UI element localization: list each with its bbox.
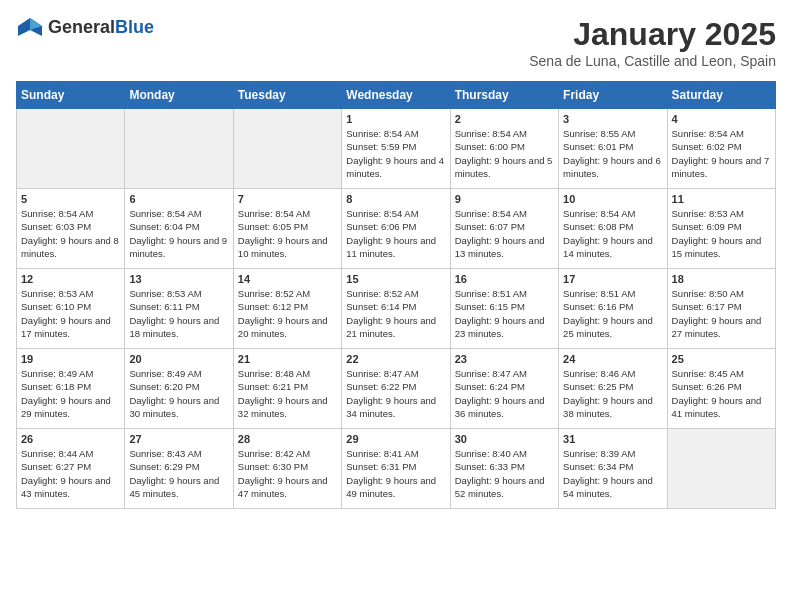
sunrise-text: Sunrise: 8:49 AM: [21, 368, 93, 379]
sunset-text: Sunset: 6:04 PM: [129, 221, 199, 232]
sunset-text: Sunset: 6:20 PM: [129, 381, 199, 392]
day-number: 28: [238, 433, 337, 445]
day-info: Sunrise: 8:48 AMSunset: 6:21 PMDaylight:…: [238, 367, 337, 420]
sunrise-text: Sunrise: 8:47 AM: [455, 368, 527, 379]
day-info: Sunrise: 8:53 AMSunset: 6:10 PMDaylight:…: [21, 287, 120, 340]
sunrise-text: Sunrise: 8:49 AM: [129, 368, 201, 379]
daylight-text: Daylight: 9 hours and 49 minutes.: [346, 475, 436, 499]
calendar-cell: 23Sunrise: 8:47 AMSunset: 6:24 PMDayligh…: [450, 349, 558, 429]
sunrise-text: Sunrise: 8:40 AM: [455, 448, 527, 459]
sunset-text: Sunset: 6:15 PM: [455, 301, 525, 312]
sunrise-text: Sunrise: 8:54 AM: [21, 208, 93, 219]
day-info: Sunrise: 8:51 AMSunset: 6:16 PMDaylight:…: [563, 287, 662, 340]
day-info: Sunrise: 8:47 AMSunset: 6:24 PMDaylight:…: [455, 367, 554, 420]
day-number: 9: [455, 193, 554, 205]
sunrise-text: Sunrise: 8:54 AM: [672, 128, 744, 139]
sunrise-text: Sunrise: 8:43 AM: [129, 448, 201, 459]
calendar-cell: 5Sunrise: 8:54 AMSunset: 6:03 PMDaylight…: [17, 189, 125, 269]
day-info: Sunrise: 8:54 AMSunset: 6:04 PMDaylight:…: [129, 207, 228, 260]
day-info: Sunrise: 8:47 AMSunset: 6:22 PMDaylight:…: [346, 367, 445, 420]
sunset-text: Sunset: 6:33 PM: [455, 461, 525, 472]
daylight-text: Daylight: 9 hours and 5 minutes.: [455, 155, 553, 179]
calendar-cell: [233, 109, 341, 189]
day-number: 17: [563, 273, 662, 285]
sunset-text: Sunset: 6:18 PM: [21, 381, 91, 392]
daylight-text: Daylight: 9 hours and 43 minutes.: [21, 475, 111, 499]
calendar-cell: 14Sunrise: 8:52 AMSunset: 6:12 PMDayligh…: [233, 269, 341, 349]
sunset-text: Sunset: 6:25 PM: [563, 381, 633, 392]
location-title: Sena de Luna, Castille and Leon, Spain: [529, 53, 776, 69]
day-info: Sunrise: 8:54 AMSunset: 6:05 PMDaylight:…: [238, 207, 337, 260]
calendar-week-row: 19Sunrise: 8:49 AMSunset: 6:18 PMDayligh…: [17, 349, 776, 429]
sunrise-text: Sunrise: 8:54 AM: [238, 208, 310, 219]
sunrise-text: Sunrise: 8:54 AM: [346, 208, 418, 219]
day-number: 20: [129, 353, 228, 365]
calendar-cell: 28Sunrise: 8:42 AMSunset: 6:30 PMDayligh…: [233, 429, 341, 509]
daylight-text: Daylight: 9 hours and 23 minutes.: [455, 315, 545, 339]
day-number: 16: [455, 273, 554, 285]
calendar-cell: 1Sunrise: 8:54 AMSunset: 5:59 PMDaylight…: [342, 109, 450, 189]
day-number: 12: [21, 273, 120, 285]
weekday-header-tuesday: Tuesday: [233, 82, 341, 109]
daylight-text: Daylight: 9 hours and 18 minutes.: [129, 315, 219, 339]
sunrise-text: Sunrise: 8:44 AM: [21, 448, 93, 459]
sunset-text: Sunset: 6:03 PM: [21, 221, 91, 232]
sunrise-text: Sunrise: 8:54 AM: [346, 128, 418, 139]
calendar-cell: 12Sunrise: 8:53 AMSunset: 6:10 PMDayligh…: [17, 269, 125, 349]
day-info: Sunrise: 8:55 AMSunset: 6:01 PMDaylight:…: [563, 127, 662, 180]
calendar-cell: [667, 429, 775, 509]
calendar-cell: 19Sunrise: 8:49 AMSunset: 6:18 PMDayligh…: [17, 349, 125, 429]
day-info: Sunrise: 8:39 AMSunset: 6:34 PMDaylight:…: [563, 447, 662, 500]
day-number: 1: [346, 113, 445, 125]
daylight-text: Daylight: 9 hours and 10 minutes.: [238, 235, 328, 259]
sunrise-text: Sunrise: 8:54 AM: [563, 208, 635, 219]
day-number: 15: [346, 273, 445, 285]
daylight-text: Daylight: 9 hours and 47 minutes.: [238, 475, 328, 499]
calendar-cell: 15Sunrise: 8:52 AMSunset: 6:14 PMDayligh…: [342, 269, 450, 349]
daylight-text: Daylight: 9 hours and 21 minutes.: [346, 315, 436, 339]
daylight-text: Daylight: 9 hours and 25 minutes.: [563, 315, 653, 339]
day-info: Sunrise: 8:52 AMSunset: 6:12 PMDaylight:…: [238, 287, 337, 340]
sunset-text: Sunset: 6:01 PM: [563, 141, 633, 152]
daylight-text: Daylight: 9 hours and 20 minutes.: [238, 315, 328, 339]
sunrise-text: Sunrise: 8:55 AM: [563, 128, 635, 139]
day-number: 29: [346, 433, 445, 445]
day-number: 31: [563, 433, 662, 445]
daylight-text: Daylight: 9 hours and 45 minutes.: [129, 475, 219, 499]
day-number: 19: [21, 353, 120, 365]
weekday-header-wednesday: Wednesday: [342, 82, 450, 109]
logo-general: General: [48, 17, 115, 37]
title-block: January 2025 Sena de Luna, Castille and …: [529, 16, 776, 69]
day-info: Sunrise: 8:52 AMSunset: 6:14 PMDaylight:…: [346, 287, 445, 340]
calendar-week-row: 5Sunrise: 8:54 AMSunset: 6:03 PMDaylight…: [17, 189, 776, 269]
sunrise-text: Sunrise: 8:54 AM: [129, 208, 201, 219]
day-info: Sunrise: 8:53 AMSunset: 6:09 PMDaylight:…: [672, 207, 771, 260]
day-info: Sunrise: 8:46 AMSunset: 6:25 PMDaylight:…: [563, 367, 662, 420]
daylight-text: Daylight: 9 hours and 32 minutes.: [238, 395, 328, 419]
calendar-cell: 29Sunrise: 8:41 AMSunset: 6:31 PMDayligh…: [342, 429, 450, 509]
sunrise-text: Sunrise: 8:52 AM: [238, 288, 310, 299]
daylight-text: Daylight: 9 hours and 7 minutes.: [672, 155, 770, 179]
sunset-text: Sunset: 6:12 PM: [238, 301, 308, 312]
sunset-text: Sunset: 6:00 PM: [455, 141, 525, 152]
daylight-text: Daylight: 9 hours and 34 minutes.: [346, 395, 436, 419]
daylight-text: Daylight: 9 hours and 4 minutes.: [346, 155, 444, 179]
daylight-text: Daylight: 9 hours and 38 minutes.: [563, 395, 653, 419]
sunset-text: Sunset: 6:21 PM: [238, 381, 308, 392]
day-info: Sunrise: 8:50 AMSunset: 6:17 PMDaylight:…: [672, 287, 771, 340]
sunrise-text: Sunrise: 8:48 AM: [238, 368, 310, 379]
page-header: GeneralBlue January 2025 Sena de Luna, C…: [16, 16, 776, 69]
logo: GeneralBlue: [16, 16, 154, 38]
logo-blue: Blue: [115, 17, 154, 37]
sunset-text: Sunset: 6:06 PM: [346, 221, 416, 232]
day-info: Sunrise: 8:42 AMSunset: 6:30 PMDaylight:…: [238, 447, 337, 500]
sunrise-text: Sunrise: 8:53 AM: [672, 208, 744, 219]
day-info: Sunrise: 8:49 AMSunset: 6:18 PMDaylight:…: [21, 367, 120, 420]
day-number: 25: [672, 353, 771, 365]
daylight-text: Daylight: 9 hours and 13 minutes.: [455, 235, 545, 259]
sunrise-text: Sunrise: 8:51 AM: [563, 288, 635, 299]
day-info: Sunrise: 8:41 AMSunset: 6:31 PMDaylight:…: [346, 447, 445, 500]
day-number: 5: [21, 193, 120, 205]
day-number: 6: [129, 193, 228, 205]
calendar-week-row: 12Sunrise: 8:53 AMSunset: 6:10 PMDayligh…: [17, 269, 776, 349]
